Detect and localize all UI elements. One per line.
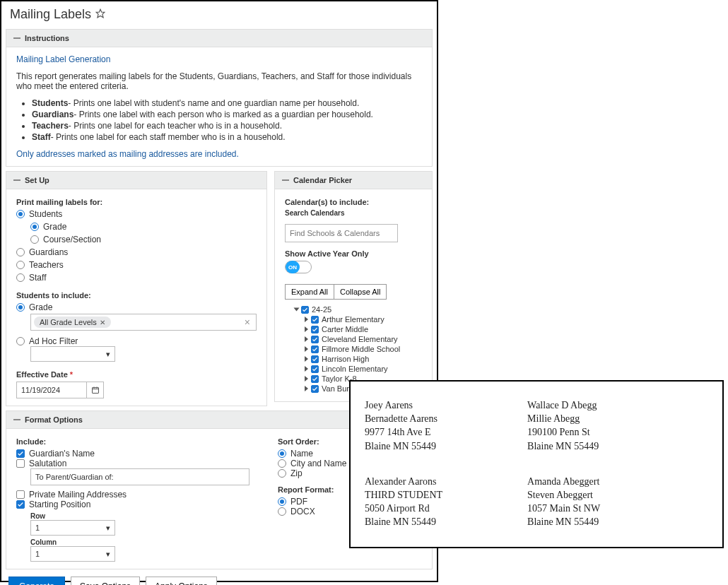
favorite-star-icon[interactable]	[95, 7, 105, 22]
calendar-icon[interactable]	[87, 382, 104, 398]
caret-right-icon	[305, 376, 308, 382]
print-for-label: Print mailing labels for:	[16, 198, 257, 206]
tree-school-row[interactable]: Lincoln Elementary	[285, 365, 422, 373]
check-guardian-name[interactable]: Guardian's Name	[16, 449, 249, 459]
chevron-down-icon: ▾	[106, 524, 110, 533]
calendar-body: Calendar(s) to include: Search Calendars…	[274, 189, 433, 402]
instructions-note: Only addresses marked as mailing address…	[16, 149, 422, 159]
include-label: Include:	[16, 437, 249, 446]
caret-right-icon	[305, 386, 308, 391]
radio-include-grade[interactable]: Grade	[16, 302, 257, 312]
mailing-label: Joey AarensBernadette Aarens9977 14th Av…	[365, 398, 442, 454]
effective-date-input[interactable]: 11/19/2024	[16, 382, 87, 398]
search-calendars-label: Search Calendars	[285, 209, 422, 217]
chevron-down-icon: ▾	[106, 550, 110, 559]
checkbox-icon[interactable]	[311, 326, 319, 333]
setup-body: Print mailing labels for: Students Grade…	[6, 189, 267, 406]
caret-down-icon	[294, 308, 300, 312]
school-name: Lincoln Elementary	[322, 365, 388, 373]
checkbox-icon[interactable]	[311, 365, 319, 373]
row-label: Row	[30, 512, 249, 520]
radio-course-section[interactable]: Course/Section	[30, 235, 257, 244]
instructions-title: Instructions	[25, 34, 69, 42]
search-calendars-input[interactable]	[285, 224, 398, 242]
tree-school-row[interactable]: Fillmore Middle School	[285, 345, 422, 353]
radio-students[interactable]: Students	[16, 209, 257, 219]
page-title: Mailing Labels	[10, 7, 91, 22]
column-select[interactable]: 1▾	[30, 546, 115, 562]
instructions-bullets: Students- Prints one label with student'…	[16, 98, 422, 142]
tree-school-row[interactable]: Cleveland Elementary	[285, 335, 422, 343]
school-name: Cleveland Elementary	[322, 335, 398, 343]
chip-remove-icon[interactable]: ✕	[100, 319, 105, 326]
labels-preview: Joey AarensBernadette Aarens9977 14th Av…	[349, 380, 724, 548]
students-include-label: Students to include:	[16, 291, 257, 300]
check-private-mail[interactable]: Private Mailing Addresses	[16, 490, 249, 500]
caret-right-icon	[305, 336, 308, 342]
checkbox-icon[interactable]	[311, 375, 319, 383]
checkbox-icon[interactable]	[311, 355, 319, 363]
expand-all-button[interactable]: Expand All	[285, 284, 334, 300]
list-item: Guardians- Prints one label with each pe…	[32, 110, 422, 119]
adhoc-select[interactable]: ▾	[30, 346, 115, 362]
list-item: Teachers- Prints one label for each teac…	[32, 121, 422, 131]
checkbox-icon[interactable]	[311, 385, 319, 393]
input-clear-icon[interactable]: ×	[242, 317, 253, 328]
checkbox-icon[interactable]	[301, 306, 309, 314]
tree-school-row[interactable]: Arthur Elementary	[285, 315, 422, 324]
effective-date-label: Effective Date *	[16, 370, 257, 379]
instructions-subtitle: Mailing Label Generation	[16, 54, 422, 64]
radio-adhoc[interactable]: Ad Hoc Filter	[16, 336, 257, 346]
collapse-icon	[13, 419, 20, 420]
svg-marker-0	[96, 9, 105, 18]
list-item: Staff- Prints one label for each staff m…	[32, 132, 422, 142]
check-salutation[interactable]: Salutation	[16, 459, 249, 468]
mailing-label: Wallace D AbeggMillie Abegg190100 Penn S…	[527, 398, 600, 454]
radio-staff[interactable]: Staff	[16, 273, 257, 283]
collapse-icon	[13, 37, 20, 39]
svg-rect-1	[92, 388, 98, 394]
school-name: Arthur Elementary	[322, 315, 384, 324]
radio-teachers[interactable]: Teachers	[16, 260, 257, 270]
mailing-label: Amanda AbeggertSteven Abeggert1057 Main …	[527, 475, 600, 530]
generate-button[interactable]: Generate	[8, 577, 65, 585]
grade-levels-input[interactable]: All Grade Levels ✕ ×	[30, 314, 257, 331]
calendars-include-label: Calendar(s) to include:	[285, 198, 422, 206]
instructions-section-header[interactable]: Instructions	[6, 29, 433, 47]
calendar-section-header[interactable]: Calendar Picker	[274, 171, 433, 189]
checkbox-icon[interactable]	[311, 345, 319, 353]
checkbox-icon[interactable]	[311, 316, 319, 324]
instructions-description: This report generates mailing labels for…	[16, 71, 422, 91]
caret-right-icon	[305, 317, 308, 322]
school-name: Fillmore Middle School	[322, 345, 400, 353]
caret-right-icon	[305, 356, 308, 362]
setup-section-header[interactable]: Set Up	[6, 171, 267, 189]
collapse-icon	[282, 179, 289, 181]
calendar-title: Calendar Picker	[293, 176, 352, 184]
grade-chip[interactable]: All Grade Levels ✕	[34, 317, 111, 328]
collapse-icon	[13, 179, 20, 181]
mailing-label: Alexander AaronsTHIRD STUDENT5050 Airpor…	[365, 475, 442, 530]
tree-school-row[interactable]: Harrison High	[285, 355, 422, 363]
tree-year-row[interactable]: 24-25	[285, 305, 422, 314]
collapse-all-button[interactable]: Collapse All	[334, 284, 387, 300]
tree-school-row[interactable]: Carter Middle	[285, 325, 422, 333]
radio-guardians[interactable]: Guardians	[16, 247, 257, 257]
active-year-toggle[interactable]: ON	[285, 261, 312, 273]
setup-title: Set Up	[25, 176, 49, 184]
check-starting-position[interactable]: Starting Position	[16, 500, 249, 509]
row-select[interactable]: 1▾	[30, 520, 115, 536]
instructions-body: Mailing Label Generation This report gen…	[6, 47, 433, 167]
checkbox-icon[interactable]	[311, 336, 319, 343]
school-name: Harrison High	[322, 355, 369, 363]
salutation-input[interactable]: To Parent/Guardian of:	[30, 468, 249, 485]
format-title: Format Options	[25, 415, 83, 424]
apply-options-button[interactable]: Apply Options	[146, 577, 217, 585]
active-year-label: Show Active Year Only	[285, 249, 422, 258]
page-title-bar: Mailing Labels	[1, 1, 437, 25]
caret-right-icon	[305, 326, 308, 332]
radio-grade[interactable]: Grade	[30, 222, 257, 232]
chevron-down-icon: ▾	[106, 350, 110, 359]
footer-buttons: Generate Save Options Apply Options	[1, 569, 437, 585]
save-options-button[interactable]: Save Options	[71, 577, 140, 585]
